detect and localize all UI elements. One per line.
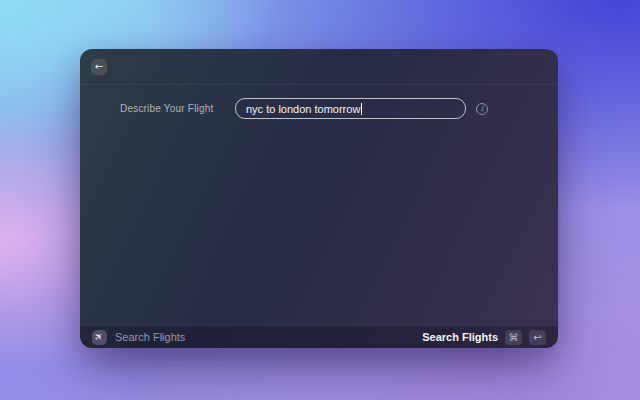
airplane-icon: ✈ xyxy=(93,330,106,343)
flight-form-row: Describe Your Flight nyc to london tomor… xyxy=(80,98,558,119)
flight-search-window: ← Describe Your Flight nyc to london tom… xyxy=(80,49,558,348)
describe-flight-label: Describe Your Flight xyxy=(120,103,235,114)
flight-description-value: nyc to london tomorrow xyxy=(246,103,360,115)
info-icon[interactable]: i xyxy=(476,103,488,115)
back-arrow-icon: ← xyxy=(95,59,103,74)
text-caret xyxy=(361,103,362,115)
footer-bar: ✈ Search Flights Search Flights ⌘ ↩ xyxy=(80,325,558,348)
search-flights-action[interactable]: Search Flights ⌘ ↩ xyxy=(422,330,546,345)
footer-title: Search Flights xyxy=(115,331,185,343)
command-key-icon: ⌘ xyxy=(505,330,522,345)
return-key-icon: ↩ xyxy=(529,330,546,345)
flight-description-input[interactable]: nyc to london tomorrow xyxy=(235,98,466,119)
airplane-badge: ✈ xyxy=(92,330,107,345)
back-button[interactable]: ← xyxy=(91,59,107,75)
desktop-background: ← Describe Your Flight nyc to london tom… xyxy=(0,0,640,400)
search-flights-action-label: Search Flights xyxy=(422,331,498,343)
window-header: ← xyxy=(80,49,558,85)
footer-left-group: ✈ Search Flights xyxy=(92,330,185,345)
